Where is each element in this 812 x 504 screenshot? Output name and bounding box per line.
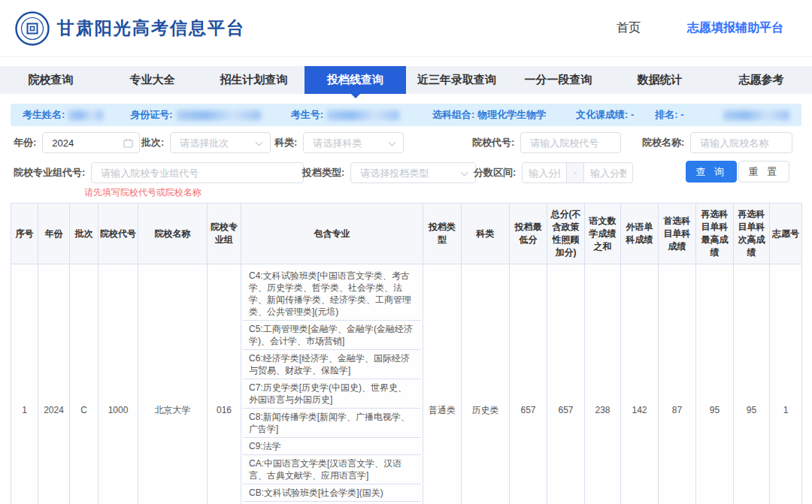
tab-score-rank[interactable]: 一分一段查询 <box>508 66 609 94</box>
tab-data-statistics[interactable]: 数据统计 <box>609 66 710 94</box>
score-range-separator: - <box>567 162 583 183</box>
college-code-input[interactable] <box>521 133 620 152</box>
admission-line-table: 序号 年份 批次 院校代号 院校名称 院校专业组 包含专业 投档类型 科类 投档… <box>11 203 802 504</box>
site-logo-icon <box>15 11 50 46</box>
col-header-group: 院校专业组 <box>208 204 241 264</box>
col-header-subject-type: 科类 <box>462 204 510 264</box>
cell-admission-type: 普通类 <box>423 264 462 504</box>
cell-year: 2024 <box>38 264 70 504</box>
college-name-input[interactable] <box>691 133 792 152</box>
score-min-input[interactable] <box>523 163 566 183</box>
search-button[interactable]: 查 询 <box>686 161 737 183</box>
tab-admission-line-query[interactable]: 投档线查询 <box>304 66 406 94</box>
col-header-foreign-lang: 外语单科成绩 <box>621 204 659 264</box>
batch-select[interactable] <box>171 133 270 152</box>
major-item: CB:文科试验班类[社会学类](国关) <box>243 484 421 502</box>
nav-home-link[interactable]: 首页 <box>617 20 641 36</box>
college-code-filter: 院校代号: <box>472 132 621 153</box>
culture-score: 文化课成绩: - <box>576 108 634 122</box>
col-header-chinese-math: 语文数学成绩之和 <box>585 204 621 264</box>
col-header-majors: 包含专业 <box>241 204 423 264</box>
year-filter: 年份: <box>14 132 140 153</box>
major-item: C4:文科试验班类[中国语言文学类、考古学、历史学类、哲学类、社会学类、法学、新… <box>243 267 421 321</box>
student-id-number: 身份证号: <box>130 108 260 122</box>
score-max-input[interactable] <box>584 163 632 183</box>
col-header-total-score: 总分(不含政策性照顾加分) <box>547 204 585 264</box>
col-header-college-name: 院校名称 <box>138 204 208 264</box>
col-header-year: 年份 <box>38 204 70 264</box>
cell-min-score: 657 <box>510 264 547 504</box>
cell-college-name: 北京大学 <box>138 264 208 504</box>
cell-total-score: 657 <box>547 264 585 504</box>
site-title: 甘肃阳光高考信息平台 <box>57 17 245 40</box>
major-item: C6:经济学类[经济学、金融学、国际经济与贸易、财政学、保险学] <box>243 350 421 379</box>
col-header-admission-type: 投档类型 <box>423 204 462 264</box>
col-header-min-score: 投档最低分 <box>510 204 547 264</box>
rank: 排名: - <box>655 108 683 122</box>
reset-button[interactable]: 重 置 <box>738 161 789 183</box>
student-exam-number: 考生号: <box>291 108 399 122</box>
admission-type-filter: 投档类型: <box>302 162 476 183</box>
col-header-volunteer-no: 志愿号 <box>770 204 802 264</box>
college-name-filter: 院校名称: <box>642 132 792 153</box>
cell-volunteer-no: 1 <box>770 264 802 504</box>
tab-volunteer-reference[interactable]: 志愿参考 <box>710 66 812 94</box>
cell-group: 016 <box>208 264 241 504</box>
cell-batch: C <box>70 264 98 504</box>
nav-assist-platform-link[interactable]: 志愿填报辅助平台 <box>687 20 783 36</box>
group-code-input[interactable] <box>92 163 303 183</box>
student-info-bar: 考生姓名: 身份证号: 考生号: 选科组合: 物理化学生物学 文化课成绩: - … <box>11 104 801 126</box>
year-input[interactable] <box>43 133 139 152</box>
subject-type-filter: 科类: <box>274 132 404 153</box>
cell-subject-type: 历史类 <box>462 264 510 504</box>
batch-filter: 批次: <box>141 132 271 153</box>
cell-majors-list: C4:文科试验班类[中国语言文学类、考古学、历史学类、哲学类、社会学类、法学、新… <box>241 264 423 504</box>
col-header-seq: 序号 <box>11 204 38 264</box>
cell-college-code: 1000 <box>98 264 138 504</box>
site-header: 甘肃阳光高考信息平台 首页 志愿填报辅助平台 <box>0 0 812 57</box>
col-header-second-max: 再选科目单科最高成绩 <box>696 204 734 264</box>
major-item: C8:新闻传播学类[新闻学、广播电视学、广告学] <box>243 409 421 438</box>
admission-type-select[interactable] <box>351 163 475 183</box>
subject-type-select[interactable] <box>304 133 403 152</box>
filter-hint-text: 请先填写院校代号或院校名称 <box>84 186 201 199</box>
cell-second-next: 95 <box>734 264 770 504</box>
table-header-row: 序号 年份 批次 院校代号 院校名称 院校专业组 包含专业 投档类型 科类 投档… <box>11 204 802 264</box>
major-item: CA:中国语言文学类[汉语言文学、汉语言、古典文献学、应用语言学] <box>243 455 421 484</box>
score-range-filter: 分数区间: - <box>474 162 633 183</box>
cell-foreign-lang: 142 <box>621 264 659 504</box>
major-item: C7:历史学类[历史学(中国史)、世界史、外国语言与外国历史] <box>243 379 421 409</box>
redacted-id-value <box>177 110 261 120</box>
redacted-name-value <box>68 110 103 120</box>
redacted-exam-no-value <box>327 110 399 120</box>
tab-college-query[interactable]: 院校查询 <box>0 66 102 94</box>
subject-combination: 选科组合: 物理化学生物学 <box>432 108 546 122</box>
student-name: 考生姓名: <box>23 108 103 122</box>
table-row: 1 2024 C 1000 北京大学 016 C4:文科试验班类[中国语言文学类… <box>11 264 802 504</box>
cell-chinese-math: 238 <box>585 264 621 504</box>
filter-panel: 年份: 批次: 科类: 院校代号: 院校名称: <box>11 126 801 203</box>
group-code-filter: 院校专业组代号: <box>14 162 304 183</box>
col-header-second-next: 再选科目单科次高成绩 <box>734 204 770 264</box>
tab-three-year-admission[interactable]: 近三年录取查询 <box>406 66 508 94</box>
cell-seq: 1 <box>11 264 38 504</box>
tab-major-directory[interactable]: 专业大全 <box>102 66 203 94</box>
col-header-batch: 批次 <box>70 204 98 264</box>
cell-first-subject: 87 <box>659 264 696 504</box>
top-nav: 首页 志愿填报辅助平台 <box>617 20 797 36</box>
col-header-first-subject: 首选科目单科成绩 <box>659 204 696 264</box>
redacted-right-value <box>723 110 789 120</box>
col-header-college-code: 院校代号 <box>98 204 138 264</box>
tab-enrollment-plan[interactable]: 招生计划查询 <box>203 66 304 94</box>
main-tabbar: 院校查询 专业大全 招生计划查询 投档线查询 近三年录取查询 一分一段查询 数据… <box>0 66 812 94</box>
cell-second-max: 95 <box>696 264 734 504</box>
major-item: C5:工商管理类[金融学、金融学(金融经济学)、会计学、市场营销] <box>243 321 421 350</box>
major-item: C9:法学 <box>243 438 421 455</box>
